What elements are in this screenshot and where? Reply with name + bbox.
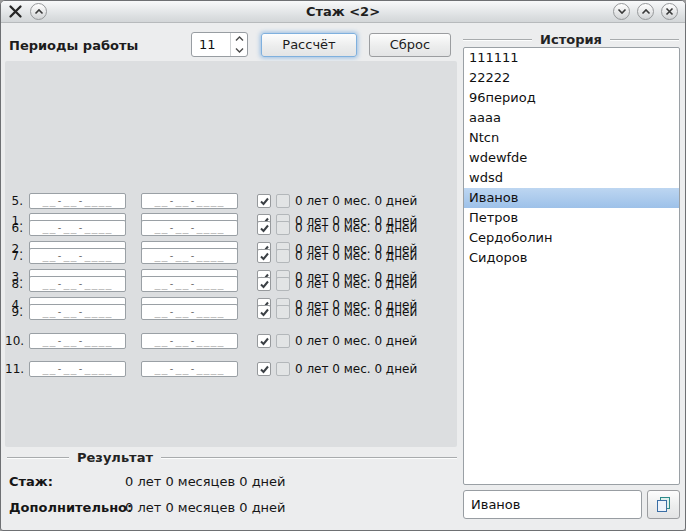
date-from-input[interactable]: __-__-____ xyxy=(29,304,126,320)
period-row-number: 11. xyxy=(5,361,23,377)
calculate-button[interactable]: Рассчёт xyxy=(261,33,357,57)
period-row: 8. __-__-____ __-__-____ 0 лет 0 мес. 0 … xyxy=(5,276,457,292)
date-mask: __-__-____ xyxy=(30,221,125,234)
row-extra-checkbox[interactable] xyxy=(276,221,290,235)
row-extra-checkbox[interactable] xyxy=(276,334,290,348)
date-to-input[interactable]: __-__-____ xyxy=(141,361,238,377)
titlebar[interactable]: Стаж <2> xyxy=(1,1,685,23)
history-list-item[interactable]: Сердоболин xyxy=(464,228,679,248)
date-from-input[interactable]: __-__-____ xyxy=(29,248,126,264)
spinbox-value: 11 xyxy=(199,33,216,56)
date-from-input[interactable]: __-__-____ xyxy=(29,276,126,292)
spin-up-icon[interactable] xyxy=(231,33,247,45)
divider xyxy=(7,457,69,458)
date-mask: __-__-____ xyxy=(142,334,237,347)
history-list-item[interactable]: 96период xyxy=(464,88,679,108)
date-to-input[interactable]: __-__-____ xyxy=(141,220,238,236)
checkmark-icon xyxy=(259,251,270,262)
row-duration-label: 0 лет 0 мес. 0 дней xyxy=(295,248,417,264)
app-window: Стаж <2> Периоды работы 11 xyxy=(0,0,686,531)
row-include-checkbox[interactable] xyxy=(257,334,271,348)
result-section-header: Результат xyxy=(7,449,457,465)
history-list-item[interactable]: Ntcn xyxy=(464,128,679,148)
row-extra-checkbox[interactable] xyxy=(276,249,290,263)
date-from-input[interactable]: __-__-____ xyxy=(29,193,126,209)
checkmark-icon xyxy=(259,223,270,234)
date-mask: __-__-____ xyxy=(142,221,237,234)
close-button[interactable] xyxy=(661,3,678,20)
date-to-input[interactable]: __-__-____ xyxy=(141,248,238,264)
period-row: 6. __-__-____ __-__-____ 0 лет 0 мес. 0 … xyxy=(5,220,457,236)
divider xyxy=(161,457,457,458)
divider xyxy=(610,39,679,40)
date-from-input[interactable]: __-__-____ xyxy=(29,361,126,377)
date-to-input[interactable]: __-__-____ xyxy=(141,276,238,292)
row-extra-checkbox[interactable] xyxy=(276,194,290,208)
row-duration-label: 0 лет 0 мес. 0 дней xyxy=(295,333,417,349)
period-row: 9. __-__-____ __-__-____ 0 лет 0 мес. 0 … xyxy=(5,304,457,320)
save-to-history-button[interactable] xyxy=(647,490,680,519)
date-to-input[interactable]: __-__-____ xyxy=(141,193,238,209)
date-mask: __-__-____ xyxy=(30,249,125,262)
row-duration-label: 0 лет 0 мес. 0 дней xyxy=(295,193,417,209)
row-include-checkbox[interactable] xyxy=(257,249,271,263)
history-list-item[interactable]: Сидоров xyxy=(464,248,679,268)
period-row-number: 9. xyxy=(5,304,23,320)
minimize-button[interactable] xyxy=(613,3,630,20)
period-row: 11. __-__-____ __-__-____ 0 лет 0 мес. 0… xyxy=(5,361,457,377)
row-extra-checkbox[interactable] xyxy=(276,305,290,319)
period-row: 7. __-__-____ __-__-____ 0 лет 0 мес. 0 … xyxy=(5,248,457,264)
history-list-item[interactable]: wdsd xyxy=(464,168,679,188)
additional-label: Дополнительно: xyxy=(9,500,132,515)
additional-value: 0 лет 0 месяцев 0 дней xyxy=(125,500,286,515)
checkmark-icon xyxy=(259,364,270,375)
history-list-item[interactable]: Иванов xyxy=(464,188,679,208)
history-list-item[interactable]: Петров xyxy=(464,208,679,228)
checkmark-icon xyxy=(259,196,270,207)
period-row: 5. __-__-____ __-__-____ 0 лет 0 мес. 0 … xyxy=(5,193,457,209)
row-include-checkbox[interactable] xyxy=(257,305,271,319)
date-from-input[interactable]: __-__-____ xyxy=(29,333,126,349)
row-extra-checkbox[interactable] xyxy=(276,277,290,291)
date-mask: __-__-____ xyxy=(30,277,125,290)
spinbox-buttons xyxy=(230,33,247,56)
history-list-item[interactable]: wdewfde xyxy=(464,148,679,168)
history-header-label: История xyxy=(532,32,610,47)
period-row-number: 8. xyxy=(5,276,23,292)
stazh-value: 0 лет 0 месяцев 0 дней xyxy=(125,474,286,489)
copy-icon xyxy=(655,496,672,513)
date-mask: __-__-____ xyxy=(142,305,237,318)
history-name-input[interactable] xyxy=(463,490,642,519)
shade-button[interactable] xyxy=(30,3,47,20)
period-row-number: 5. xyxy=(5,193,23,209)
row-extra-checkbox[interactable] xyxy=(276,362,290,376)
maximize-button[interactable] xyxy=(637,3,654,20)
periods-spinbox[interactable]: 11 xyxy=(191,32,248,57)
row-include-checkbox[interactable] xyxy=(257,277,271,291)
titlebar-left-controls xyxy=(7,3,47,20)
date-mask: __-__-____ xyxy=(30,362,125,375)
history-list-item[interactable]: aaaa xyxy=(464,108,679,128)
spin-down-icon[interactable] xyxy=(231,45,247,57)
date-to-input[interactable]: __-__-____ xyxy=(141,304,238,320)
history-section-header: История xyxy=(463,31,679,47)
history-list-item[interactable]: 111111 xyxy=(464,48,679,68)
row-duration-label: 0 лет 0 мес. 0 дней xyxy=(295,304,417,320)
periods-label: Периоды работы xyxy=(9,38,138,53)
history-list-item[interactable]: 22222 xyxy=(464,68,679,88)
row-include-checkbox[interactable] xyxy=(257,362,271,376)
row-include-checkbox[interactable] xyxy=(257,194,271,208)
checkmark-icon xyxy=(259,336,270,347)
date-to-input[interactable]: __-__-____ xyxy=(141,333,238,349)
date-mask: __-__-____ xyxy=(142,249,237,262)
row-include-checkbox[interactable] xyxy=(257,221,271,235)
titlebar-right-controls xyxy=(613,3,678,20)
row-duration-label: 0 лет 0 мес. 0 дней xyxy=(295,361,417,377)
period-row-number: 10. xyxy=(5,333,23,349)
reset-button[interactable]: Сброс xyxy=(369,33,451,57)
row-duration-label: 0 лет 0 мес. 0 дней xyxy=(295,220,417,236)
checkmark-icon xyxy=(259,307,270,318)
app-icon xyxy=(7,4,23,20)
date-from-input[interactable]: __-__-____ xyxy=(29,220,126,236)
divider xyxy=(463,39,532,40)
